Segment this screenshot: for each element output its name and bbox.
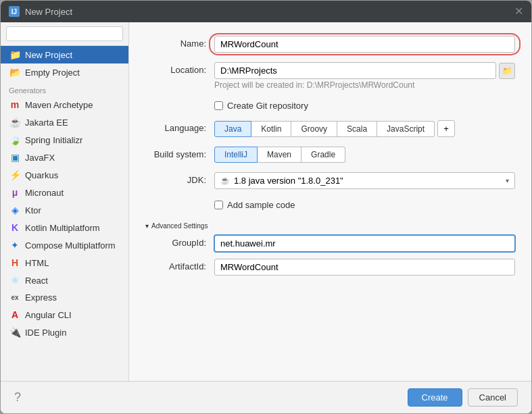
new-project-icon: 📁 xyxy=(9,49,21,60)
micronaut-icon: μ xyxy=(9,187,21,198)
language-label: Language: xyxy=(145,120,206,133)
language-groovy-btn[interactable]: Groovy xyxy=(291,121,337,137)
sidebar-item-label: HTML xyxy=(25,258,49,268)
sidebar-item-label: New Project xyxy=(25,50,72,60)
build-gradle-btn[interactable]: Gradle xyxy=(301,147,345,163)
build-options: IntelliJ Maven Gradle xyxy=(214,147,515,163)
name-input[interactable] xyxy=(214,36,515,53)
sample-code-checkbox[interactable] xyxy=(214,201,223,209)
sidebar-item-ktor[interactable]: ◈ Ktor xyxy=(1,201,128,219)
git-label[interactable]: Create Git repository xyxy=(227,101,308,111)
sidebar-item-compose-multiplatform[interactable]: ✦ Compose Multiplatform xyxy=(1,236,128,254)
jdk-icon: ☕ xyxy=(220,176,230,185)
build-intellij-btn[interactable]: IntelliJ xyxy=(214,147,258,163)
sidebar-item-kotlin-multiplatform[interactable]: K Kotlin Multiplatform xyxy=(1,219,128,236)
javafx-icon: ▣ xyxy=(9,152,21,163)
groupid-input[interactable] xyxy=(214,235,515,252)
artifactid-input[interactable] xyxy=(214,259,515,276)
advanced-section: ▾ Advanced Settings GroupId: ArtifactId: xyxy=(145,222,515,276)
sidebar-item-javafx[interactable]: ▣ JavaFX xyxy=(1,149,128,166)
ktor-icon: ◈ xyxy=(9,205,21,215)
name-row: Name: xyxy=(145,36,515,53)
search-input[interactable] xyxy=(6,26,123,41)
location-row: Location: 📁 Project will be created in: … xyxy=(145,62,515,90)
sidebar-item-label: Quarkus xyxy=(25,170,58,180)
location-input[interactable] xyxy=(214,62,496,79)
location-field-wrapper: 📁 Project will be created in: D:\MRProje… xyxy=(214,62,515,90)
quarkus-icon: ⚡ xyxy=(9,170,21,180)
sample-code-wrapper: Add sample code xyxy=(214,199,515,210)
dialog-title: New Project xyxy=(25,7,72,17)
sidebar-item-label: Angular CLI xyxy=(25,310,72,320)
empty-project-icon: 📂 xyxy=(9,67,21,78)
location-label: Location: xyxy=(145,62,206,75)
sidebar-item-micronaut[interactable]: μ Micronaut xyxy=(1,184,128,201)
angular-icon: A xyxy=(9,309,21,320)
help-button[interactable]: ? xyxy=(14,390,21,405)
jakarta-icon: ☕ xyxy=(9,117,21,128)
jdk-dropdown[interactable]: ☕ 1.8 java version "1.8.0_231" ▾ xyxy=(214,172,515,189)
language-scala-btn[interactable]: Scala xyxy=(337,121,377,137)
artifactid-field-wrapper xyxy=(214,259,515,276)
footer-buttons: Create Cancel xyxy=(408,388,518,407)
jdk-value: 1.8 java version "1.8.0_231" xyxy=(234,176,343,186)
git-checkbox-wrapper: Create Git repository xyxy=(214,99,515,111)
sidebar-item-html[interactable]: H HTML xyxy=(1,254,128,271)
location-hint: Project will be created in: D:\MRProject… xyxy=(214,80,515,90)
build-btn-group: IntelliJ Maven Gradle xyxy=(214,147,515,163)
sidebar-item-new-project[interactable]: 📁 New Project xyxy=(1,46,128,63)
browse-button[interactable]: 📁 xyxy=(499,63,515,79)
language-options: Java Kotlin Groovy Scala JavaScript + xyxy=(214,120,515,137)
sample-code-row: Add sample code xyxy=(145,199,515,210)
advanced-inner: GroupId: ArtifactId: xyxy=(145,235,515,276)
ide-plugin-icon: 🔌 xyxy=(9,327,21,338)
sidebar-item-quarkus[interactable]: ⚡ Quarkus xyxy=(1,166,128,184)
generators-label: Generators xyxy=(1,81,128,96)
main-panel: Name: Location: 📁 Project will be create… xyxy=(129,22,531,381)
sidebar-item-ide-plugin[interactable]: 🔌 IDE Plugin xyxy=(1,324,128,341)
sidebar-item-label: Compose Multiplatform xyxy=(25,240,116,251)
kotlin-icon: K xyxy=(9,222,21,233)
create-button[interactable]: Create xyxy=(408,388,462,407)
express-icon: ex xyxy=(9,294,21,301)
sample-code-label[interactable]: Add sample code xyxy=(227,200,295,210)
groupid-field-wrapper xyxy=(214,235,515,252)
sidebar-item-label: React xyxy=(25,276,48,286)
html-icon: H xyxy=(9,257,21,268)
sidebar-item-spring-initializr[interactable]: 🍃 Spring Initializr xyxy=(1,131,128,149)
language-kotlin-btn[interactable]: Kotlin xyxy=(251,121,291,137)
sidebar-item-empty-project[interactable]: 📂 Empty Project xyxy=(1,63,128,81)
sidebar-item-jakarta-ee[interactable]: ☕ Jakarta EE xyxy=(1,113,128,131)
sidebar-item-react[interactable]: ⚛ React xyxy=(1,271,128,289)
add-language-btn[interactable]: + xyxy=(437,120,455,137)
title-bar-left: IJ New Project xyxy=(9,6,72,17)
language-btn-group: Java Kotlin Groovy Scala JavaScript xyxy=(214,121,435,137)
sidebar-item-label: Jakarta EE xyxy=(25,118,68,128)
language-javascript-btn[interactable]: JavaScript xyxy=(377,121,435,137)
close-button[interactable]: ✕ xyxy=(514,6,523,17)
sidebar-item-angular-cli[interactable]: A Angular CLI xyxy=(1,306,128,324)
advanced-toggle[interactable]: ▾ Advanced Settings xyxy=(145,222,515,230)
sidebar-item-label: Maven Archetype xyxy=(25,100,93,110)
sidebar-item-label: Empty Project xyxy=(25,68,80,78)
new-project-dialog: IJ New Project ✕ 📁 New Project 📂 Empty P… xyxy=(0,0,532,414)
name-label: Name: xyxy=(145,36,206,49)
cancel-button[interactable]: Cancel xyxy=(468,388,518,407)
sidebar-item-express[interactable]: ex Express xyxy=(1,289,128,306)
jdk-row: JDK: ☕ 1.8 java version "1.8.0_231" ▾ xyxy=(145,172,515,189)
spring-icon: 🍃 xyxy=(9,134,21,145)
language-java-btn[interactable]: Java xyxy=(214,121,251,137)
language-row: Language: Java Kotlin Groovy Scala JavaS… xyxy=(145,120,515,137)
groupid-label: GroupId: xyxy=(145,235,206,248)
maven-icon: m xyxy=(9,99,21,110)
build-maven-btn[interactable]: Maven xyxy=(258,147,301,163)
sidebar-item-label: Ktor xyxy=(25,205,41,215)
artifactid-row: ArtifactId: xyxy=(145,259,515,276)
sample-code-checkbox-row: Add sample code xyxy=(214,200,515,210)
advanced-label: Advanced Settings xyxy=(151,222,208,230)
git-checkbox[interactable] xyxy=(214,101,223,110)
jdk-dropdown-arrow: ▾ xyxy=(506,177,509,184)
build-row: Build system: IntelliJ Maven Gradle xyxy=(145,147,515,163)
sidebar-item-maven-archetype[interactable]: m Maven Archetype xyxy=(1,96,128,113)
jdk-label: JDK: xyxy=(145,172,206,185)
